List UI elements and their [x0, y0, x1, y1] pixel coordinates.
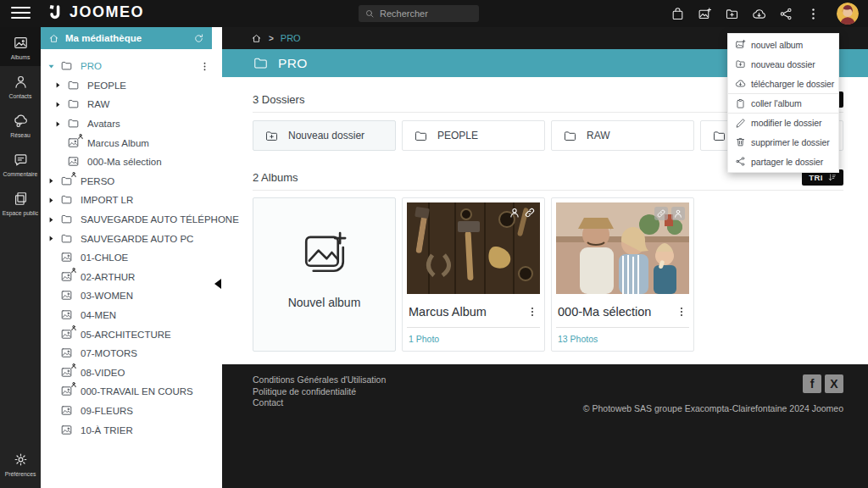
rail-item-commentaire[interactable]: Commentaire — [0, 144, 41, 183]
rail-item-espace-public[interactable]: Espace public — [0, 183, 41, 222]
tree-item[interactable]: 09-FLEURS — [41, 402, 222, 421]
left-rail: Albums Contacts Réseau Commentaire Espac… — [0, 27, 41, 488]
expand-arrow-icon[interactable] — [52, 101, 64, 108]
page-title: PRO — [278, 56, 308, 71]
album-icon — [60, 424, 73, 436]
tree-item[interactable]: PERSO — [41, 172, 222, 191]
share-button[interactable] — [779, 7, 793, 21]
menu-item-label: partager le dossier — [751, 157, 823, 167]
breadcrumb-current[interactable]: PRO — [281, 33, 301, 43]
folder-card-label: PEOPLE — [437, 130, 478, 141]
menu-item-modifier[interactable]: modifier le dossier — [728, 113, 838, 132]
rail-item-icon — [13, 35, 29, 51]
kebab-icon[interactable] — [199, 61, 210, 72]
kebab-icon[interactable] — [676, 306, 687, 318]
tree-item[interactable]: PEOPLE — [41, 76, 222, 96]
rail-item-albums[interactable]: Albums — [0, 27, 41, 66]
tree-item[interactable]: SAUVEGARDE AUTO PC — [41, 229, 222, 248]
sidebar: Ma médiathèque PRO — [41, 27, 222, 488]
new-album-card[interactable]: Nouvel album — [253, 197, 396, 352]
footer-link[interactable]: Contact — [253, 397, 386, 409]
tree-item[interactable]: 04-MEN — [41, 306, 222, 325]
album-card[interactable]: 000-Ma sélection 13 Photos — [551, 197, 694, 352]
sort-icon — [827, 173, 837, 182]
action-icon — [806, 7, 821, 21]
tree-item[interactable]: 000-Ma sélection — [41, 152, 222, 172]
rail-item-icon — [13, 113, 29, 129]
topbar: JOOMEO — [0, 0, 868, 27]
tree-item-label: SAUVEGARDE AUTO PC — [81, 234, 193, 244]
home-icon[interactable] — [251, 33, 262, 44]
album-card[interactable]: Marcus Album 1 Photo — [402, 197, 545, 352]
menu-item-supprimer[interactable]: supprimer le dossier — [728, 132, 838, 152]
x-twitter-icon[interactable]: X — [825, 374, 843, 393]
shared-icon — [70, 324, 77, 331]
rail-items: Albums Contacts Réseau Commentaire Espac… — [0, 27, 41, 222]
joomeo-logo[interactable]: JOOMEO — [47, 3, 144, 21]
album-thumbnail[interactable] — [407, 202, 540, 294]
facebook-icon[interactable]: f — [803, 374, 821, 393]
rail-item-icon — [13, 152, 29, 168]
new-folder-button[interactable] — [725, 7, 739, 21]
footer-link[interactable]: Conditions Générales d'Utilisation — [253, 374, 386, 386]
tree-item[interactable]: IMPORT LR — [41, 191, 222, 210]
tree-item[interactable]: 000-TRAVAIL EN COURS — [41, 382, 222, 402]
rail-item-contacts[interactable]: Contacts — [0, 66, 41, 105]
menu-item-nouveau-dossier[interactable]: nouveau dossier — [728, 54, 838, 74]
tree-item[interactable]: 08-VIDEO — [41, 363, 222, 383]
expand-arrow-icon[interactable] — [45, 235, 58, 242]
action-icon — [698, 7, 712, 21]
tree-item-label: 09-FLEURS — [81, 406, 133, 416]
menu-item-icon — [735, 78, 746, 89]
expand-arrow-icon[interactable] — [52, 120, 64, 128]
rail-item-reseau[interactable]: Réseau — [0, 105, 41, 144]
tree-item[interactable]: SAUVEGARDE AUTO TÉLÉPHONE — [41, 210, 222, 230]
expand-arrow-icon[interactable] — [52, 81, 64, 89]
expand-arrow-icon[interactable] — [45, 177, 58, 185]
new-folder-card[interactable]: Nouveau dossier — [253, 120, 396, 151]
folder-icon — [60, 59, 73, 72]
folder-card[interactable]: PEOPLE — [402, 120, 545, 151]
avatar[interactable] — [837, 3, 859, 25]
menu-item-nouvel-album[interactable]: nouvel album — [728, 35, 838, 54]
albums-count-heading: 2 Albums — [253, 171, 298, 184]
cart-button[interactable] — [670, 7, 685, 21]
tree-item-label: Marcus Album — [87, 138, 149, 148]
media-library-header[interactable]: Ma médiathèque — [41, 27, 212, 49]
expand-arrow-icon[interactable] — [45, 216, 58, 224]
kebab-icon[interactable] — [526, 306, 538, 318]
search-input[interactable] — [380, 8, 473, 19]
rail-item-preferences[interactable]: Préférences — [0, 444, 41, 483]
menu-item-partager[interactable]: partager le dossier — [728, 152, 838, 171]
search-box[interactable] — [359, 5, 479, 22]
menu-item-coller[interactable]: coller l'album — [728, 93, 838, 113]
expand-arrow-icon[interactable] — [45, 63, 58, 70]
folder-card[interactable]: RAW — [551, 120, 694, 151]
tree-item[interactable]: Avatars — [41, 114, 222, 134]
tree-item[interactable]: 02-ARTHUR — [41, 268, 222, 287]
tree-item[interactable]: PRO — [41, 57, 222, 76]
tree-item[interactable]: RAW — [41, 95, 222, 114]
download-button[interactable] — [752, 7, 766, 21]
tree-item[interactable]: 03-WOMEN — [41, 286, 222, 306]
expand-arrow-icon[interactable] — [45, 197, 58, 204]
tree-item[interactable]: 01-CHLOE — [41, 248, 222, 268]
album-thumbnail[interactable] — [556, 202, 689, 294]
refresh-icon[interactable] — [193, 33, 204, 44]
footer-link[interactable]: Politique de confidentialité — [253, 386, 386, 398]
album-icon — [60, 347, 73, 359]
shared-icon — [70, 363, 77, 369]
hamburger-menu-icon[interactable] — [11, 7, 31, 19]
tree-item-label: Avatars — [87, 119, 120, 129]
tree-item[interactable]: 05-ARCHITECTURE — [41, 324, 222, 344]
tree-item[interactable]: 10-À TRIER — [41, 420, 222, 440]
menu-item-telecharger[interactable]: télécharger le dossier — [728, 74, 838, 93]
new-album-button[interactable] — [698, 7, 712, 21]
sidebar-collapse-handle[interactable] — [214, 279, 221, 289]
tree-item[interactable]: 07-MOTORS — [41, 344, 222, 363]
tree-item[interactable]: Marcus Album — [41, 133, 222, 152]
shared-icon — [70, 381, 77, 388]
menu-item-label: modifier le dossier — [751, 118, 821, 128]
more-button[interactable] — [806, 7, 821, 21]
link-icon — [524, 207, 536, 219]
